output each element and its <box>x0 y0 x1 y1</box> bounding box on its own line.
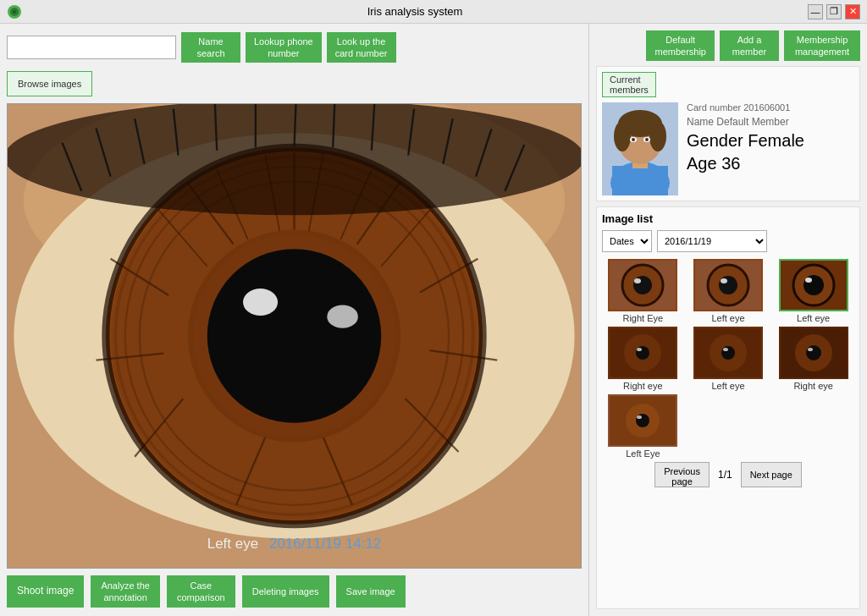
dates-select[interactable]: Dates <box>602 230 652 252</box>
thumb-label-7: Left Eye <box>626 448 660 459</box>
deleting-images-button[interactable]: Deleting images <box>242 575 329 608</box>
save-image-button[interactable]: Save image <box>336 575 406 608</box>
card-number: Card number 201606001 <box>687 102 804 113</box>
image-overlay-label: Left eye 2016/11/19 14:12 <box>207 536 382 553</box>
member-info: Card number 201606001 Name Default Membe… <box>602 102 854 195</box>
thumbnail-item-5[interactable]: Left eye <box>688 327 770 391</box>
svg-point-81 <box>721 346 735 360</box>
member-gender: Gender Female <box>687 131 804 151</box>
svg-point-59 <box>645 138 649 141</box>
svg-point-55 <box>649 121 666 151</box>
membership-management-button[interactable]: Membership management <box>784 30 860 61</box>
member-avatar <box>602 102 678 195</box>
add-member-button[interactable]: Add a member <box>720 30 779 61</box>
thumb-img-4 <box>608 327 677 379</box>
thumb-img-2 <box>693 259 763 311</box>
window-controls: — ❐ ✕ <box>808 4 860 19</box>
minimize-button[interactable]: — <box>808 4 823 19</box>
svg-point-72 <box>803 275 824 295</box>
svg-point-30 <box>207 249 382 423</box>
analyze-annotation-button[interactable]: Analyze the annotation <box>91 575 159 608</box>
svg-point-73 <box>805 278 812 283</box>
thumb-label-6: Right eye <box>793 381 832 391</box>
bottom-toolbar: Shoot image Analyze the annotation Case … <box>7 574 582 609</box>
name-search-button[interactable]: Name search <box>181 32 240 63</box>
svg-point-2 <box>13 10 16 14</box>
image-list-section: Image list Dates 2016/11/19 <box>596 206 860 609</box>
shoot-image-button[interactable]: Shoot image <box>7 575 84 608</box>
app-icon <box>7 4 22 19</box>
lookup-card-button[interactable]: Look up the card number <box>327 32 396 63</box>
close-button[interactable]: ✕ <box>845 4 860 19</box>
browse-images-button[interactable]: Browse images <box>7 71 92 96</box>
svg-rect-50 <box>612 166 668 195</box>
svg-point-54 <box>614 121 631 151</box>
date-row: Dates 2016/11/19 <box>602 230 854 252</box>
member-details: Card number 201606001 Name Default Membe… <box>687 102 804 195</box>
thumb-img-7 <box>608 394 677 447</box>
lookup-phone-button[interactable]: Lookup phone number <box>246 32 322 63</box>
svg-point-78 <box>637 348 642 351</box>
next-page-button[interactable]: Next page <box>741 462 802 487</box>
eye-label: Left eye <box>207 536 259 552</box>
browse-row: Browse images <box>7 69 582 98</box>
default-membership-button[interactable]: Default membership <box>646 30 715 61</box>
previous-page-button[interactable]: Previous page <box>654 462 710 487</box>
thumbnail-item-6[interactable]: Right eye <box>772 327 854 391</box>
top-right-toolbar: Default membership Add a member Membersh… <box>596 30 860 61</box>
thumbnail-item-1[interactable]: Right Eye <box>602 259 684 323</box>
thumb-label-4: Right eye <box>623 381 662 391</box>
svg-point-82 <box>723 348 728 351</box>
svg-point-90 <box>637 415 642 419</box>
thumbnail-item-7[interactable]: Left Eye <box>602 394 684 459</box>
svg-point-85 <box>806 345 821 360</box>
svg-point-34 <box>8 104 581 215</box>
current-members-label: Current members <box>602 72 656 97</box>
thumb-label-3: Left eye <box>797 313 830 323</box>
top-toolbar: Name search Lookup phone number Look up … <box>7 30 582 64</box>
thumbnail-grid: Right Eye Left eye <box>602 259 854 459</box>
member-section: Current members <box>596 66 860 201</box>
pagination: Previous page 1/1 Next page <box>602 462 854 487</box>
image-viewer: Left eye 2016/11/19 14:12 <box>7 103 582 569</box>
svg-point-86 <box>808 348 813 351</box>
thumb-label-5: Left eye <box>711 381 744 391</box>
search-input[interactable] <box>7 36 176 59</box>
svg-point-31 <box>243 289 278 316</box>
thumb-label-1: Right Eye <box>622 313 663 323</box>
svg-point-68 <box>721 278 727 283</box>
right-panel: Default membership Add a member Membersh… <box>588 24 867 616</box>
title-bar: Iris analysis system — ❐ ✕ <box>0 0 867 24</box>
left-panel: Name search Lookup phone number Look up … <box>0 24 588 616</box>
svg-point-32 <box>327 305 358 327</box>
page-info: 1/1 <box>718 469 732 481</box>
thumbnail-item-4[interactable]: Right eye <box>602 327 684 391</box>
image-list-label: Image list <box>602 212 854 225</box>
thumb-img-6 <box>779 327 848 379</box>
member-name: Name Default Member <box>687 116 804 128</box>
thumb-label-2: Left eye <box>711 313 744 323</box>
iris-image <box>8 104 581 568</box>
thumbnail-item-3[interactable]: Left eye <box>772 259 854 323</box>
restore-button[interactable]: ❐ <box>826 4 842 19</box>
member-age: Age 36 <box>687 154 804 173</box>
svg-point-67 <box>719 276 737 294</box>
svg-point-58 <box>632 138 635 141</box>
case-comparison-button[interactable]: Case comparison <box>167 575 235 608</box>
svg-point-63 <box>634 278 641 283</box>
thumb-img-3 <box>779 259 848 311</box>
thumb-img-5 <box>693 327 763 379</box>
window-title: Iris analysis system <box>22 5 808 18</box>
thumbnail-item-2[interactable]: Left eye <box>688 259 770 323</box>
date-label: 2016/11/19 14:12 <box>269 536 381 552</box>
thumb-img-1 <box>608 259 677 311</box>
date-value-select[interactable]: 2016/11/19 <box>657 230 767 252</box>
